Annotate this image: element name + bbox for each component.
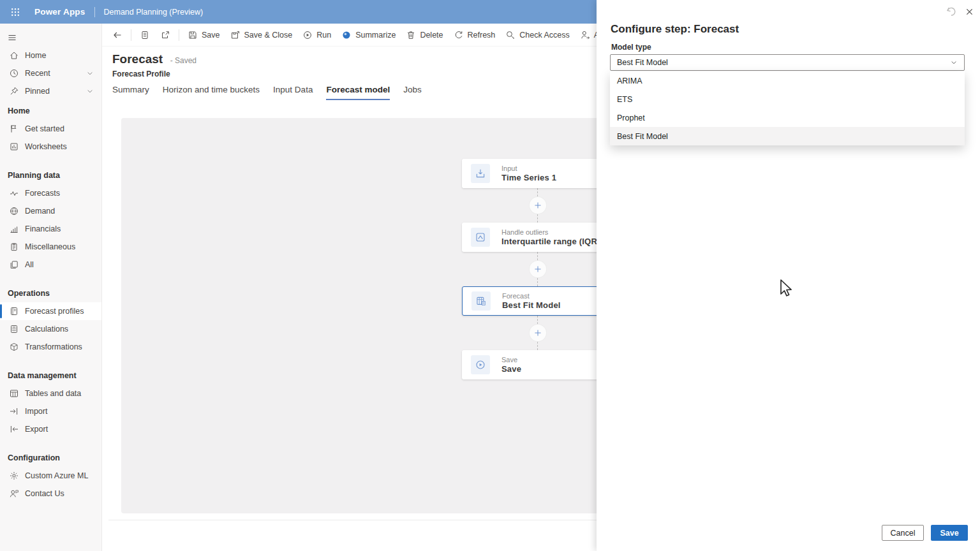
delete-icon — [406, 30, 416, 40]
sidebar-item-worksheets[interactable]: Worksheets — [0, 138, 101, 156]
option-prophet[interactable]: Prophet — [610, 108, 965, 127]
sidebar-item-recent[interactable]: Recent — [0, 64, 101, 82]
tab-forecast-model[interactable]: Forecast model — [326, 85, 390, 100]
sidebar-item-pinned[interactable]: Pinned — [0, 82, 101, 100]
gear-icon — [9, 471, 19, 481]
cube-icon — [9, 342, 19, 352]
bar-chart-icon — [9, 224, 19, 234]
sidebar-item-home[interactable]: Home — [0, 47, 101, 64]
clock-icon — [9, 68, 19, 78]
sidebar-item-import[interactable]: Import — [0, 402, 101, 420]
save-and-close-button[interactable]: Save & Close — [225, 27, 298, 43]
tab-bar: Summary Horizon and time buckets Input D… — [112, 85, 422, 100]
toolbar-divider — [131, 29, 131, 41]
undo-icon[interactable] — [945, 5, 958, 18]
back-button[interactable] — [107, 27, 128, 43]
sidebar-item-tables-and-data[interactable]: Tables and data — [0, 385, 101, 402]
close-icon[interactable] — [963, 5, 976, 18]
plus-icon — [533, 201, 542, 210]
option-best-fit-model[interactable]: Best Fit Model — [610, 127, 965, 145]
node-type-label: Handle outliers — [501, 228, 600, 237]
globe-icon — [9, 206, 19, 216]
node-name-label: Interquartile range (IQR) — [501, 237, 600, 247]
pin-icon — [9, 86, 19, 96]
layers-icon — [9, 260, 19, 270]
tab-jobs[interactable]: Jobs — [403, 85, 422, 100]
sidebar-item-export[interactable]: Export — [0, 420, 101, 438]
save-icon — [188, 30, 198, 40]
node-type-label: Save — [501, 355, 521, 364]
run-icon — [302, 30, 313, 40]
calculator-icon — [9, 324, 19, 334]
sidebar-section-operations: Operations — [0, 284, 101, 302]
delete-button[interactable]: Delete — [401, 27, 448, 43]
refresh-icon — [454, 30, 464, 40]
chevron-down-icon — [950, 59, 958, 66]
flag-icon — [9, 124, 19, 134]
node-name-label: Time Series 1 — [501, 173, 556, 183]
save-node-icon — [471, 355, 490, 374]
sidebar-item-forecasts[interactable]: Forecasts — [0, 184, 101, 202]
sidebar-section-configuration: Configuration — [0, 449, 101, 467]
config-panel: Configure step: Forecast Model type Best… — [597, 0, 980, 551]
node-name-label: Save — [501, 364, 521, 374]
chevron-down-icon[interactable] — [86, 87, 94, 95]
sidebar-section-planning-data: Planning data — [0, 166, 101, 184]
page-subtitle: Forecast Profile — [112, 70, 197, 78]
sidebar-item-forecast-profiles[interactable]: Forecast profiles — [0, 302, 101, 320]
app-context[interactable]: Demand Planning (Preview) — [104, 8, 204, 17]
refresh-button[interactable]: Refresh — [449, 27, 501, 43]
flow-connector — [529, 252, 547, 286]
import-icon — [9, 406, 19, 416]
form-view-button[interactable] — [135, 27, 155, 43]
worksheets-icon — [9, 142, 19, 152]
app-name[interactable]: Power Apps — [34, 7, 85, 17]
flow-connector — [529, 188, 547, 223]
left-sidebar: Home Recent Pinned Home Get started Work… — [0, 24, 102, 551]
sidebar-item-all[interactable]: All — [0, 256, 101, 274]
forecast-node-icon — [471, 291, 491, 311]
sidebar-section-data-management: Data management — [0, 367, 101, 385]
model-type-dropdown[interactable]: Best Fit Model — [610, 54, 965, 71]
add-step-button[interactable] — [530, 197, 546, 214]
model-type-label: Model type — [611, 43, 651, 52]
sidebar-item-calculations[interactable]: Calculations — [0, 320, 101, 338]
summarize-button[interactable]: Summarize — [336, 27, 401, 43]
export-icon — [9, 424, 19, 434]
option-arima[interactable]: ARIMA — [610, 71, 965, 90]
hamburger-menu-button[interactable] — [0, 29, 101, 47]
add-step-button[interactable] — [530, 325, 546, 341]
sidebar-item-demand[interactable]: Demand — [0, 202, 101, 220]
sidebar-item-miscellaneous[interactable]: Miscellaneous — [0, 238, 101, 256]
back-arrow-icon — [112, 30, 122, 40]
panel-save-button[interactable]: Save — [931, 525, 968, 541]
sidebar-item-custom-azure-ml[interactable]: Custom Azure ML — [0, 467, 101, 485]
check-access-icon — [505, 30, 516, 40]
save-status: - Saved — [170, 56, 197, 65]
save-button[interactable]: Save — [182, 27, 225, 43]
sidebar-item-financials[interactable]: Financials — [0, 220, 101, 238]
sidebar-item-contact-us[interactable]: Contact Us — [0, 485, 101, 503]
dropdown-value: Best Fit Model — [617, 58, 668, 67]
summarize-icon — [341, 30, 352, 40]
option-ets[interactable]: ETS — [610, 90, 965, 108]
chevron-down-icon[interactable] — [86, 70, 94, 77]
outliers-node-icon — [471, 228, 490, 247]
tab-horizon-and-time-buckets[interactable]: Horizon and time buckets — [163, 85, 260, 100]
popout-button[interactable] — [155, 27, 175, 43]
cancel-button[interactable]: Cancel — [882, 525, 924, 541]
tab-input-data[interactable]: Input Data — [273, 85, 313, 100]
check-access-button[interactable]: Check Access — [500, 27, 575, 43]
save-close-icon — [230, 30, 241, 40]
page-title: Forecast — [112, 52, 163, 66]
notebook-icon — [9, 306, 19, 316]
home-icon — [9, 50, 19, 61]
page-title-block: Forecast - Saved Forecast Profile — [112, 52, 197, 78]
sidebar-item-transformations[interactable]: Transformations — [0, 338, 101, 356]
sidebar-item-get-started[interactable]: Get started — [0, 120, 101, 138]
run-button[interactable]: Run — [297, 27, 336, 43]
assign-icon — [580, 30, 590, 40]
waffle-icon[interactable] — [8, 4, 23, 20]
add-step-button[interactable] — [530, 261, 546, 277]
tab-summary[interactable]: Summary — [112, 85, 149, 100]
